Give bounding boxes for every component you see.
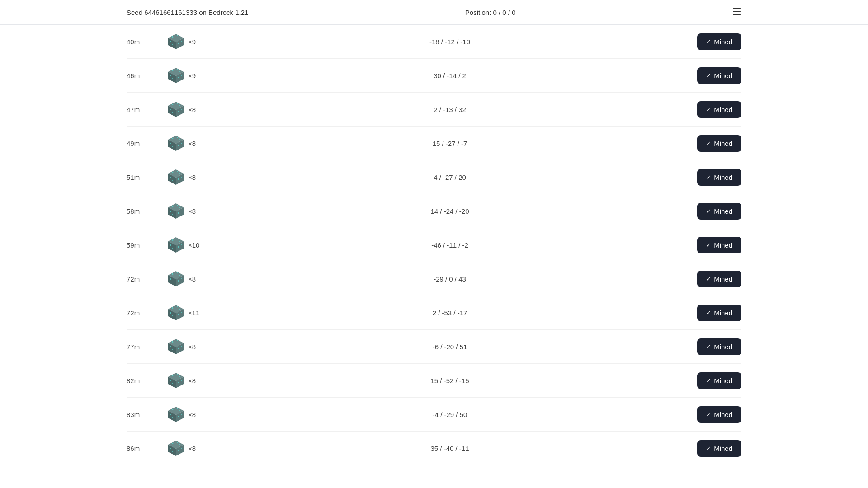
svg-rect-27	[172, 112, 173, 113]
distance-label: 59m	[127, 241, 167, 249]
check-icon: ✓	[706, 174, 711, 181]
check-icon: ✓	[706, 38, 711, 45]
svg-rect-124	[177, 442, 178, 443]
ore-info: ×8	[167, 135, 222, 152]
diamond-ore-icon	[167, 236, 184, 253]
diamond-ore-icon	[167, 372, 184, 389]
svg-rect-68	[178, 246, 179, 248]
mined-button[interactable]: ✓ Mined	[697, 135, 741, 152]
check-icon: ✓	[706, 208, 711, 215]
svg-rect-29	[181, 109, 182, 110]
svg-rect-118	[178, 416, 179, 417]
svg-rect-39	[181, 143, 182, 144]
mined-button[interactable]: ✓ Mined	[697, 271, 741, 287]
svg-rect-57	[172, 214, 173, 215]
diamond-ore-icon	[167, 169, 184, 186]
diamond-ore-icon	[167, 135, 184, 152]
svg-rect-128	[178, 450, 179, 451]
svg-rect-97	[172, 349, 173, 350]
svg-rect-116	[170, 414, 171, 415]
table-row: 46m ×9 30 / -14 / 2	[127, 59, 741, 93]
ore-info: ×11	[167, 304, 222, 321]
svg-rect-76	[170, 278, 171, 280]
mined-button[interactable]: ✓ Mined	[697, 406, 741, 423]
svg-rect-5	[179, 38, 180, 38]
distance-label: 72m	[127, 309, 167, 317]
svg-rect-125	[179, 444, 180, 445]
position-coords: -6 / -20 / 51	[222, 343, 678, 351]
check-icon: ✓	[706, 445, 711, 452]
mined-button-container: ✓ Mined	[678, 440, 741, 457]
mined-label: Mined	[714, 140, 732, 147]
mined-button[interactable]: ✓ Mined	[697, 440, 741, 457]
ore-count: ×8	[188, 106, 196, 113]
svg-rect-94	[177, 340, 178, 341]
distance-label: 40m	[127, 38, 167, 46]
table-row: 72m ×8 -29 / 0 / 43	[127, 262, 741, 296]
svg-rect-79	[181, 278, 182, 279]
svg-rect-114	[177, 408, 178, 409]
svg-rect-129	[181, 448, 182, 449]
svg-rect-4	[177, 35, 178, 36]
check-icon: ✓	[706, 276, 711, 282]
mined-button[interactable]: ✓ Mined	[697, 203, 741, 220]
ore-info: ×8	[167, 169, 222, 186]
mined-label: Mined	[714, 377, 732, 385]
svg-rect-54	[177, 205, 178, 206]
distance-label: 83m	[127, 411, 167, 418]
check-icon: ✓	[706, 377, 711, 384]
mined-label: Mined	[714, 174, 732, 181]
mined-button[interactable]: ✓ Mined	[697, 169, 741, 186]
mined-button[interactable]: ✓ Mined	[697, 237, 741, 253]
table-row: 58m ×8 14 / -24 / -20	[127, 194, 741, 228]
table-row: 77m ×8 -6 / -20 / 51	[127, 330, 741, 364]
check-icon: ✓	[706, 310, 711, 316]
svg-rect-66	[170, 244, 171, 246]
ore-info: ×8	[167, 270, 222, 287]
diamond-ore-icon	[167, 101, 184, 118]
svg-rect-8	[178, 43, 179, 44]
mined-button[interactable]: ✓ Mined	[697, 372, 741, 389]
mined-button[interactable]: ✓ Mined	[697, 67, 741, 84]
table-row: 47m ×8 2 / -13 / 32	[127, 93, 741, 127]
svg-rect-127	[172, 451, 173, 452]
position-label: Position: 0 / 0 / 0	[465, 9, 516, 16]
table-row: 86m ×8 35 / -40 / -11	[127, 432, 741, 465]
svg-rect-15	[179, 71, 180, 72]
mined-button[interactable]: ✓ Mined	[697, 33, 741, 50]
diamond-ore-icon	[167, 440, 184, 457]
svg-rect-77	[172, 282, 173, 282]
ore-info: ×8	[167, 101, 222, 118]
mined-button[interactable]: ✓ Mined	[697, 101, 741, 118]
svg-rect-98	[178, 348, 179, 349]
svg-rect-7	[172, 44, 173, 45]
check-icon: ✓	[706, 106, 711, 113]
page-header: Seed 64461661161333 on Bedrock 1.21 Posi…	[0, 0, 868, 25]
mined-button-container: ✓ Mined	[678, 406, 741, 423]
svg-rect-117	[172, 417, 173, 418]
mined-button-container: ✓ Mined	[678, 305, 741, 321]
ore-info: ×9	[167, 67, 222, 84]
svg-rect-108	[178, 382, 179, 383]
check-icon: ✓	[706, 72, 711, 79]
mined-label: Mined	[714, 38, 732, 46]
ore-count: ×8	[188, 343, 196, 351]
svg-rect-17	[172, 78, 173, 79]
svg-rect-49	[181, 177, 182, 178]
menu-icon[interactable]: ☰	[732, 6, 741, 18]
svg-rect-65	[179, 241, 180, 242]
svg-rect-56	[170, 211, 171, 212]
mined-button[interactable]: ✓ Mined	[697, 338, 741, 355]
svg-rect-126	[170, 448, 171, 449]
table-row: 59m ×10 -46 / -11 / -2	[127, 228, 741, 262]
svg-rect-86	[170, 312, 171, 314]
svg-rect-99	[181, 346, 182, 347]
mined-button[interactable]: ✓ Mined	[697, 305, 741, 321]
svg-rect-106	[170, 380, 171, 381]
ore-count: ×8	[188, 445, 196, 452]
svg-rect-28	[178, 111, 179, 112]
svg-rect-34	[177, 137, 178, 138]
table-row: 51m ×8 4 / -27 / 20	[127, 160, 741, 194]
position-coords: -29 / 0 / 43	[222, 275, 678, 283]
ore-count: ×8	[188, 411, 196, 418]
